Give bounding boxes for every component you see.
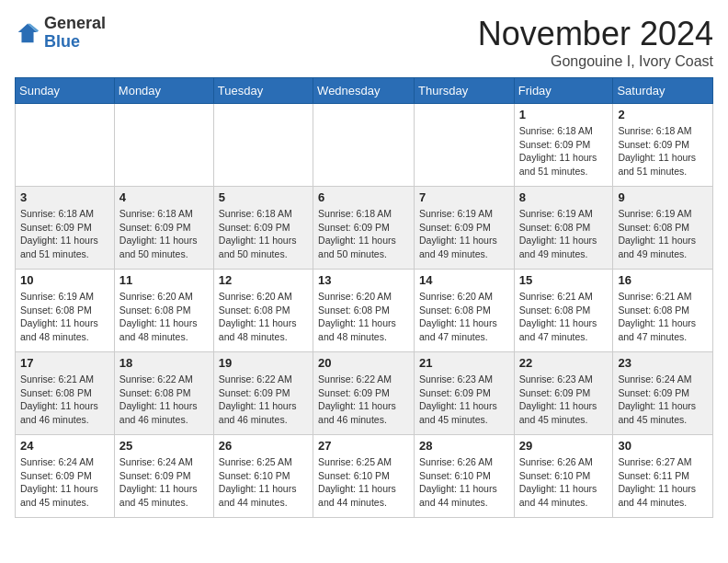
month-title: November 2024: [478, 15, 713, 53]
calendar-cell: 24Sunrise: 6:24 AMSunset: 6:09 PMDayligh…: [16, 435, 115, 518]
day-info: Sunrise: 6:18 AMSunset: 6:09 PMDaylight:…: [219, 207, 308, 261]
day-number: 13: [318, 273, 409, 287]
day-number: 16: [618, 273, 708, 287]
day-number: 8: [519, 190, 609, 204]
weekday-header-thursday: Thursday: [415, 78, 515, 104]
day-info: Sunrise: 6:20 AMSunset: 6:08 PMDaylight:…: [419, 290, 509, 344]
day-number: 20: [318, 356, 409, 370]
calendar-cell: 29Sunrise: 6:26 AMSunset: 6:10 PMDayligh…: [514, 435, 613, 518]
day-info: Sunrise: 6:19 AMSunset: 6:09 PMDaylight:…: [419, 207, 509, 261]
calendar-cell: 7Sunrise: 6:19 AMSunset: 6:09 PMDaylight…: [415, 187, 515, 270]
day-info: Sunrise: 6:18 AMSunset: 6:09 PMDaylight:…: [519, 124, 609, 178]
calendar-cell: 22Sunrise: 6:23 AMSunset: 6:09 PMDayligh…: [514, 352, 613, 435]
day-number: 29: [519, 439, 609, 453]
day-info: Sunrise: 6:18 AMSunset: 6:09 PMDaylight:…: [618, 124, 708, 178]
weekday-header-monday: Monday: [114, 78, 213, 104]
day-info: Sunrise: 6:23 AMSunset: 6:09 PMDaylight:…: [519, 373, 609, 427]
day-info: Sunrise: 6:20 AMSunset: 6:08 PMDaylight:…: [119, 290, 209, 344]
day-info: Sunrise: 6:24 AMSunset: 6:09 PMDaylight:…: [20, 455, 109, 510]
day-number: 10: [20, 273, 109, 287]
calendar-cell: 13Sunrise: 6:20 AMSunset: 6:08 PMDayligh…: [313, 270, 415, 352]
day-info: Sunrise: 6:24 AMSunset: 6:09 PMDaylight:…: [618, 373, 708, 427]
calendar-header: SundayMondayTuesdayWednesdayThursdayFrid…: [16, 78, 713, 104]
title-area: November 2024 Gongouine I, Ivory Coast: [478, 15, 713, 70]
calendar-cell: 9Sunrise: 6:19 AMSunset: 6:08 PMDaylight…: [613, 187, 713, 270]
calendar-cell: 30Sunrise: 6:27 AMSunset: 6:11 PMDayligh…: [613, 435, 713, 518]
day-info: Sunrise: 6:19 AMSunset: 6:08 PMDaylight:…: [20, 290, 109, 344]
logo-text: General Blue: [44, 15, 106, 52]
day-number: 27: [318, 439, 409, 453]
day-info: Sunrise: 6:18 AMSunset: 6:09 PMDaylight:…: [119, 207, 209, 261]
day-info: Sunrise: 6:19 AMSunset: 6:08 PMDaylight:…: [519, 207, 609, 261]
calendar-cell: 1Sunrise: 6:18 AMSunset: 6:09 PMDaylight…: [514, 104, 613, 187]
calendar-cell: 16Sunrise: 6:21 AMSunset: 6:08 PMDayligh…: [613, 270, 713, 352]
day-info: Sunrise: 6:26 AMSunset: 6:10 PMDaylight:…: [519, 455, 609, 510]
day-number: 23: [618, 356, 708, 370]
day-info: Sunrise: 6:21 AMSunset: 6:08 PMDaylight:…: [519, 290, 609, 344]
day-info: Sunrise: 6:20 AMSunset: 6:08 PMDaylight:…: [219, 290, 308, 344]
calendar-cell: 14Sunrise: 6:20 AMSunset: 6:08 PMDayligh…: [415, 270, 515, 352]
day-number: 15: [519, 273, 609, 287]
day-number: 22: [519, 356, 609, 370]
location-title: Gongouine I, Ivory Coast: [478, 53, 713, 70]
day-number: 24: [20, 439, 109, 453]
day-number: 1: [519, 108, 609, 121]
day-number: 9: [618, 190, 708, 204]
day-info: Sunrise: 6:21 AMSunset: 6:08 PMDaylight:…: [618, 290, 708, 344]
day-info: Sunrise: 6:23 AMSunset: 6:09 PMDaylight:…: [419, 373, 509, 427]
calendar-cell: 26Sunrise: 6:25 AMSunset: 6:10 PMDayligh…: [213, 435, 313, 518]
day-info: Sunrise: 6:25 AMSunset: 6:10 PMDaylight:…: [318, 455, 409, 510]
day-number: 28: [419, 439, 509, 453]
day-info: Sunrise: 6:21 AMSunset: 6:08 PMDaylight:…: [20, 373, 109, 427]
weekday-header-wednesday: Wednesday: [313, 78, 415, 104]
calendar-cell: 28Sunrise: 6:26 AMSunset: 6:10 PMDayligh…: [415, 435, 515, 518]
day-number: 21: [419, 356, 509, 370]
calendar-cell: 10Sunrise: 6:19 AMSunset: 6:08 PMDayligh…: [16, 270, 115, 352]
day-info: Sunrise: 6:22 AMSunset: 6:09 PMDaylight:…: [318, 373, 409, 427]
day-info: Sunrise: 6:25 AMSunset: 6:10 PMDaylight:…: [219, 455, 308, 510]
calendar-cell: 18Sunrise: 6:22 AMSunset: 6:08 PMDayligh…: [114, 352, 213, 435]
day-number: 2: [618, 108, 708, 121]
calendar-cell: 12Sunrise: 6:20 AMSunset: 6:08 PMDayligh…: [213, 270, 313, 352]
calendar-cell: 2Sunrise: 6:18 AMSunset: 6:09 PMDaylight…: [613, 104, 713, 187]
day-info: Sunrise: 6:18 AMSunset: 6:09 PMDaylight:…: [20, 207, 109, 261]
day-info: Sunrise: 6:22 AMSunset: 6:09 PMDaylight:…: [219, 373, 308, 427]
calendar-week-2: 3Sunrise: 6:18 AMSunset: 6:09 PMDaylight…: [16, 187, 713, 270]
day-number: 3: [20, 190, 109, 204]
calendar-week-3: 10Sunrise: 6:19 AMSunset: 6:08 PMDayligh…: [16, 270, 713, 352]
day-number: 26: [219, 439, 308, 453]
calendar-cell: [415, 104, 515, 187]
svg-marker-0: [18, 24, 38, 43]
calendar-cell: 4Sunrise: 6:18 AMSunset: 6:09 PMDaylight…: [114, 187, 213, 270]
calendar-cell: [114, 104, 213, 187]
day-number: 17: [20, 356, 109, 370]
page-header: General Blue November 2024 Gongouine I, …: [15, 15, 713, 70]
calendar-cell: 17Sunrise: 6:21 AMSunset: 6:08 PMDayligh…: [16, 352, 115, 435]
calendar-cell: [313, 104, 415, 187]
day-number: 7: [419, 190, 509, 204]
weekday-header-friday: Friday: [514, 78, 613, 104]
weekday-header-tuesday: Tuesday: [213, 78, 313, 104]
calendar-cell: [16, 104, 115, 187]
calendar-cell: 25Sunrise: 6:24 AMSunset: 6:09 PMDayligh…: [114, 435, 213, 518]
day-number: 6: [318, 190, 409, 204]
day-number: 12: [219, 273, 308, 287]
day-info: Sunrise: 6:26 AMSunset: 6:10 PMDaylight:…: [419, 455, 509, 510]
calendar-week-4: 17Sunrise: 6:21 AMSunset: 6:08 PMDayligh…: [16, 352, 713, 435]
weekday-header-sunday: Sunday: [16, 78, 115, 104]
day-number: 4: [119, 190, 209, 204]
calendar-cell: 8Sunrise: 6:19 AMSunset: 6:08 PMDaylight…: [514, 187, 613, 270]
calendar-cell: 5Sunrise: 6:18 AMSunset: 6:09 PMDaylight…: [213, 187, 313, 270]
day-number: 18: [119, 356, 209, 370]
day-number: 14: [419, 273, 509, 287]
day-info: Sunrise: 6:27 AMSunset: 6:11 PMDaylight:…: [618, 455, 708, 510]
calendar-week-5: 24Sunrise: 6:24 AMSunset: 6:09 PMDayligh…: [16, 435, 713, 518]
calendar-cell: 3Sunrise: 6:18 AMSunset: 6:09 PMDaylight…: [16, 187, 115, 270]
day-info: Sunrise: 6:22 AMSunset: 6:08 PMDaylight:…: [119, 373, 209, 427]
calendar-body: 1Sunrise: 6:18 AMSunset: 6:09 PMDaylight…: [16, 104, 713, 518]
calendar-cell: 27Sunrise: 6:25 AMSunset: 6:10 PMDayligh…: [313, 435, 415, 518]
calendar-cell: 11Sunrise: 6:20 AMSunset: 6:08 PMDayligh…: [114, 270, 213, 352]
day-number: 30: [618, 439, 708, 453]
weekday-header-saturday: Saturday: [613, 78, 713, 104]
day-number: 11: [119, 273, 209, 287]
